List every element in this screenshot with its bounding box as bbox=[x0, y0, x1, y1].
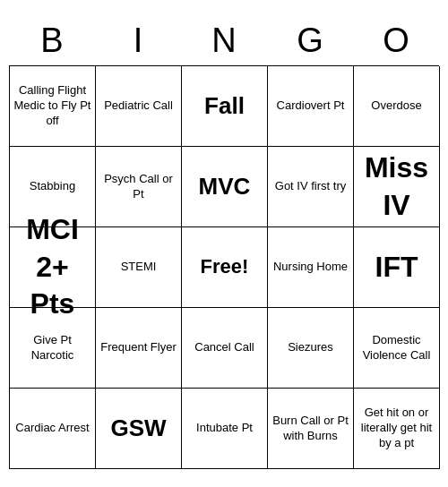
bingo-cell-18: Siezures bbox=[268, 308, 354, 389]
bingo-cell-19: Domestic Violence Call bbox=[354, 308, 440, 389]
bingo-cell-4: Overdose bbox=[354, 66, 440, 147]
bingo-cell-20: Cardiac Arrest bbox=[10, 389, 96, 469]
bingo-cell-1: Pediatric Call bbox=[96, 66, 182, 147]
bingo-title: B I N G O bbox=[9, 18, 439, 65]
bingo-cell-15: Give Pt Narcotic bbox=[10, 308, 96, 389]
bingo-cell-11: STEMI bbox=[96, 227, 182, 308]
letter-i: I bbox=[99, 21, 177, 60]
bingo-cell-3: Cardiovert Pt bbox=[268, 66, 354, 147]
bingo-cell-7: MVC bbox=[182, 147, 268, 227]
bingo-cell-13: Nursing Home bbox=[268, 227, 354, 308]
bingo-card: B I N G O Calling Flight Medic to Fly Pt… bbox=[9, 18, 439, 469]
bingo-cell-12: Free! bbox=[182, 227, 268, 308]
letter-o: O bbox=[357, 21, 435, 60]
bingo-cell-14: IFT bbox=[354, 227, 440, 308]
bingo-cell-16: Frequent Flyer bbox=[96, 308, 182, 389]
bingo-cell-8: Got IV first try bbox=[268, 147, 354, 227]
letter-g: G bbox=[271, 21, 349, 60]
bingo-cell-21: GSW bbox=[96, 389, 182, 469]
letter-n: N bbox=[185, 21, 263, 60]
bingo-cell-9: Miss IV bbox=[354, 147, 440, 227]
bingo-cell-10: MCI 2+ Pts bbox=[10, 227, 96, 308]
bingo-cell-22: Intubate Pt bbox=[182, 389, 268, 469]
bingo-cell-17: Cancel Call bbox=[182, 308, 268, 389]
letter-b: B bbox=[13, 21, 91, 60]
bingo-cell-2: Fall bbox=[182, 66, 268, 147]
bingo-cell-23: Burn Call or Pt with Burns bbox=[268, 389, 354, 469]
bingo-cell-6: Psych Call or Pt bbox=[96, 147, 182, 227]
bingo-cell-0: Calling Flight Medic to Fly Pt off bbox=[10, 66, 96, 147]
bingo-grid: Calling Flight Medic to Fly Pt offPediat… bbox=[9, 65, 439, 469]
bingo-cell-24: Get hit on or literally get hit by a pt bbox=[354, 389, 440, 469]
